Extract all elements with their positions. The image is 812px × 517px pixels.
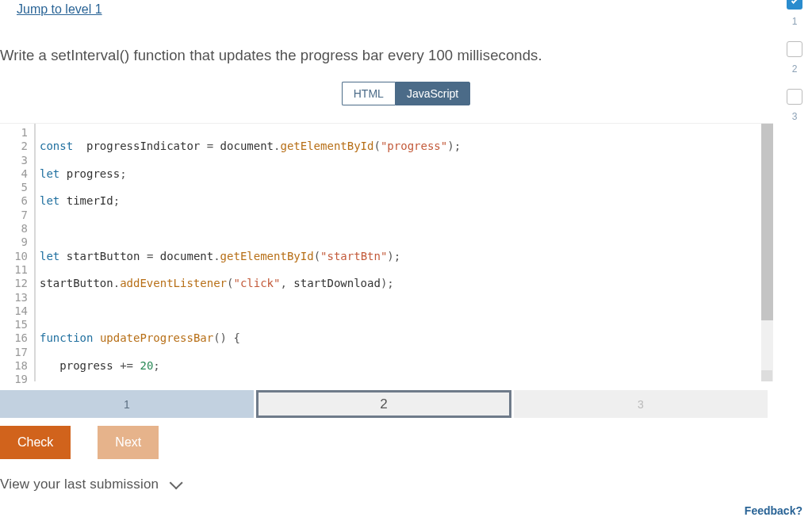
side-level-badges: 1 2 3 [787, 0, 802, 130]
line-number: 13 [0, 291, 34, 304]
scroll-thumb[interactable] [761, 124, 773, 320]
question-prompt: Write a setInterval() function that upda… [0, 17, 812, 64]
line-number: 3 [0, 154, 34, 167]
line-number: 2 [0, 140, 34, 153]
code-tabs: HTML JavaScript [0, 82, 812, 105]
next-button: Next [98, 426, 159, 459]
line-number: 12 [0, 277, 34, 290]
line-number: 16 [0, 331, 34, 345]
level-segment-3[interactable]: 3 [514, 390, 768, 418]
badge-number: 2 [792, 63, 798, 75]
view-last-submission[interactable]: View your last submission [0, 477, 812, 492]
feedback-link[interactable]: Feedback? [745, 504, 802, 517]
chevron-down-icon [170, 476, 183, 489]
line-number: 1 [0, 126, 34, 140]
line-number: 6 [0, 194, 34, 208]
level-progress-bar: 1 2 3 [0, 390, 770, 418]
line-number: 10 [0, 250, 34, 263]
badge-done-icon [787, 0, 802, 10]
line-number: 18 [0, 359, 34, 373]
line-number: 5 [0, 181, 34, 194]
tab-html[interactable]: HTML [342, 82, 395, 105]
line-number: 14 [0, 304, 34, 318]
scrollbar[interactable] [761, 124, 773, 381]
line-number: 9 [0, 236, 34, 249]
badge-level-2[interactable] [787, 41, 802, 57]
line-number: 7 [0, 209, 34, 222]
code-editor[interactable]: 1 2 3 4 5 6 7 8 9 10 11 12 13 14 15 16 1… [0, 123, 773, 381]
badge-number: 1 [792, 16, 798, 27]
line-number: 11 [0, 263, 34, 277]
line-number: 15 [0, 318, 34, 331]
line-number: 8 [0, 222, 34, 236]
badge-level-3[interactable] [787, 89, 802, 105]
action-buttons: Check Next [0, 426, 812, 459]
line-number: 17 [0, 346, 34, 359]
line-number: 19 [0, 373, 34, 386]
level-segment-1[interactable]: 1 [0, 390, 254, 418]
level-segment-2[interactable]: 2 [256, 390, 511, 418]
jump-level-link[interactable]: Jump to level 1 [0, 0, 119, 17]
line-number: 4 [0, 167, 34, 181]
badge-number: 3 [792, 111, 798, 122]
line-gutter: 1 2 3 4 5 6 7 8 9 10 11 12 13 14 15 16 1… [0, 124, 36, 381]
last-submission-label: View your last submission [0, 477, 159, 492]
code-area[interactable]: const progressIndicator = document.getEl… [36, 124, 773, 381]
check-button[interactable]: Check [0, 426, 71, 459]
scroll-corner [761, 370, 772, 381]
tab-javascript[interactable]: JavaScript [395, 82, 470, 105]
